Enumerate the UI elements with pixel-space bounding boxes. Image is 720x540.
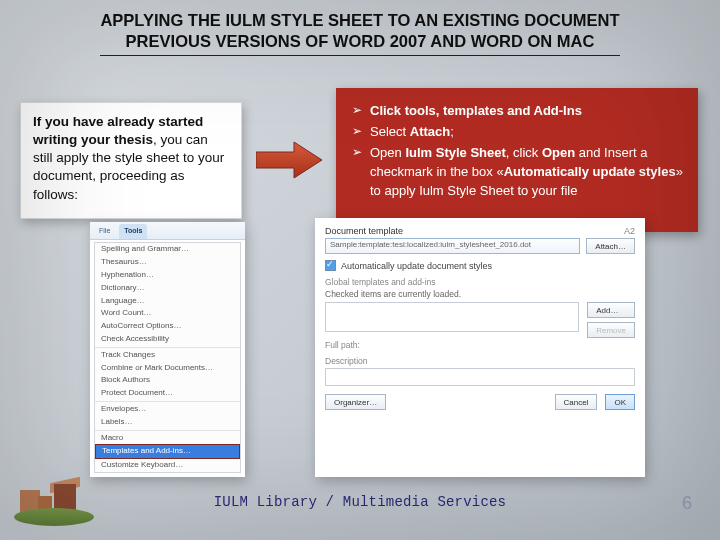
intro-text: If you have already started writing your… <box>33 113 229 204</box>
global-addins-listbox[interactable] <box>325 302 579 332</box>
checkbox-icon[interactable] <box>325 260 336 271</box>
menu-item[interactable]: Word Count… <box>95 307 240 320</box>
screenshots-row: File Tools Spelling and Grammar… Thesaur… <box>0 232 720 477</box>
cancel-button[interactable]: Cancel <box>555 394 598 410</box>
global-templates-label: Global templates and add-ins <box>325 277 635 287</box>
menu-item[interactable]: Combine or Mark Documents… <box>95 362 240 375</box>
menu-separator <box>95 401 240 402</box>
template-path-row: Sample:template:tesi:localized:iulm_styl… <box>325 238 635 254</box>
menu-item[interactable]: Dictionary… <box>95 282 240 295</box>
menu-item[interactable]: Customize Keyboard… <box>95 459 240 472</box>
steps-box: Click tools, templates and Add-Ins Selec… <box>336 88 698 232</box>
fullpath-label: Full path: <box>325 340 635 350</box>
add-button[interactable]: Add… <box>587 302 635 318</box>
dialog-buttons: Organizer… Cancel OK <box>325 394 635 410</box>
title-block: APPLYING THE IULM STYLE SHEET TO AN EXIS… <box>0 0 720 60</box>
template-path-field[interactable]: Sample:template:tesi:localized:iulm_styl… <box>325 238 580 254</box>
intro-box: If you have already started writing your… <box>20 102 242 219</box>
step-3-d: Open <box>542 145 575 160</box>
ok-button[interactable]: OK <box>605 394 635 410</box>
tab-file[interactable]: File <box>94 224 115 239</box>
page-number: 6 <box>682 493 692 514</box>
menu-item[interactable]: Envelopes… <box>95 403 240 416</box>
menu-separator <box>95 430 240 431</box>
screenshot-tools-menu: File Tools Spelling and Grammar… Thesaur… <box>90 222 245 477</box>
tab-tools[interactable]: Tools <box>119 224 147 239</box>
title-line-1: APPLYING THE IULM STYLE SHEET TO AN EXIS… <box>40 10 680 31</box>
step-2-c: ; <box>450 124 454 139</box>
menu-item-templates-addins[interactable]: Templates and Add-ins… <box>95 444 240 459</box>
step-2: Select Attach; <box>352 123 684 142</box>
menu-item[interactable]: Labels… <box>95 416 240 429</box>
menu-item[interactable]: Track Changes <box>95 349 240 362</box>
description-label: Description <box>325 356 635 366</box>
menu-item[interactable]: AutoCorrect Options… <box>95 320 240 333</box>
campus-illustration <box>14 478 94 526</box>
global-templates-note: Checked items are currently loaded. <box>325 289 635 299</box>
menu-separator <box>95 347 240 348</box>
auto-update-row[interactable]: Automatically update document styles <box>325 260 635 271</box>
step-3: Open Iulm Style Sheet, click Open and In… <box>352 144 684 201</box>
step-3-b: Iulm Style Sheet <box>405 145 505 160</box>
menu-item[interactable]: Language… <box>95 295 240 308</box>
auto-update-label: Automatically update document styles <box>341 261 492 271</box>
step-1-text: Click tools, templates and Add-Ins <box>370 103 582 118</box>
menu-item[interactable]: Macro <box>95 432 240 445</box>
title-underline <box>100 55 620 56</box>
remove-button[interactable]: Remove <box>587 322 635 338</box>
title-line-2: PREVIOUS VERSIONS OF WORD 2007 AND WORD … <box>40 31 680 52</box>
footer-text: IULM Library / Multimedia Services <box>0 494 720 510</box>
doc-template-label: Document template <box>325 226 403 236</box>
tools-menu: Spelling and Grammar… Thesaurus… Hyphena… <box>94 242 241 473</box>
step-3-f: Automatically update styles <box>504 164 676 179</box>
content-row: If you have already started writing your… <box>0 60 720 232</box>
step-2-b: Attach <box>410 124 450 139</box>
description-box <box>325 368 635 386</box>
corner-a2: A2 <box>624 226 635 236</box>
menu-item[interactable]: Hyphenation… <box>95 269 240 282</box>
step-2-a: Select <box>370 124 410 139</box>
ribbon: File Tools <box>90 222 245 240</box>
steps-list: Click tools, templates and Add-Ins Selec… <box>352 102 684 200</box>
menu-item[interactable]: Thesaurus… <box>95 256 240 269</box>
step-3-a: Open <box>370 145 405 160</box>
menu-item[interactable]: Check Accessibility <box>95 333 240 346</box>
attach-button[interactable]: Attach… <box>586 238 635 254</box>
step-1: Click tools, templates and Add-Ins <box>352 102 684 121</box>
organizer-button[interactable]: Organizer… <box>325 394 386 410</box>
menu-item[interactable]: Block Authors <box>95 374 240 387</box>
svg-marker-0 <box>256 142 322 178</box>
menu-item[interactable]: Protect Document… <box>95 387 240 400</box>
menu-item[interactable]: Spelling and Grammar… <box>95 243 240 256</box>
screenshot-templates-dialog: Document template A2 Sample:template:tes… <box>315 218 645 477</box>
step-3-c: , click <box>506 145 542 160</box>
arrow <box>260 140 318 180</box>
arrow-icon <box>256 140 322 180</box>
